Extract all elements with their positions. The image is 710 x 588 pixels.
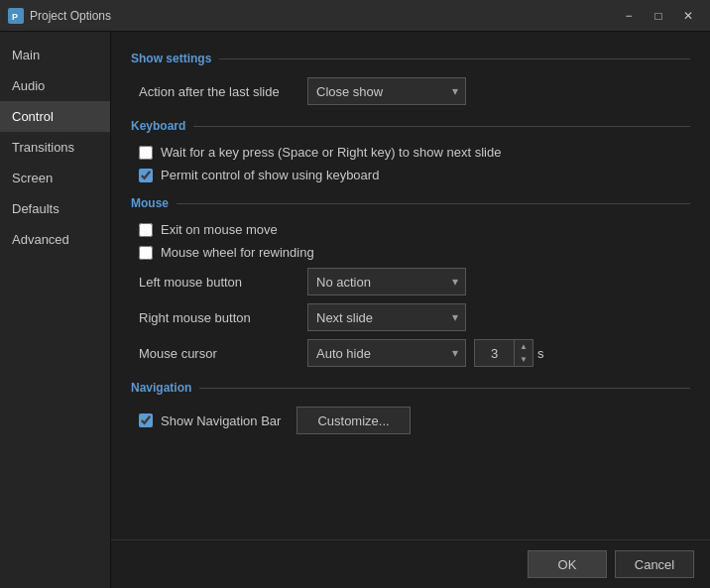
svg-text:P: P	[12, 12, 18, 22]
spinner-up-button[interactable]: ▲	[515, 340, 532, 353]
cursor-row: Mouse cursor Auto hide Always show Alway…	[131, 339, 690, 367]
show-settings-header: Show settings	[131, 52, 690, 65]
cursor-time-input[interactable]	[474, 339, 514, 367]
sidebar: Main Audio Control Transitions Screen De…	[0, 32, 111, 588]
wait-key-checkbox[interactable]	[139, 146, 153, 160]
mouse-wheel-checkbox[interactable]	[139, 246, 153, 260]
titlebar: P Project Options − □ ✕	[0, 0, 710, 32]
left-button-dropdown[interactable]: No action Next slide Previous slide	[307, 268, 466, 295]
sidebar-item-main[interactable]: Main	[0, 40, 110, 70]
action-dropdown-wrapper: Close show Loop show No action Return to…	[307, 77, 466, 105]
show-nav-checkbox-group: Show Navigation Bar	[139, 413, 296, 428]
action-after-slide-dropdown[interactable]: Close show Loop show No action Return to…	[307, 77, 466, 105]
window-controls: − □ ✕	[615, 5, 702, 27]
permit-control-row: Permit control of show using keyboard	[131, 168, 690, 182]
cursor-dropdown-wrapper: Auto hide Always show Always hide	[307, 339, 466, 367]
sidebar-item-control[interactable]: Control	[0, 101, 110, 132]
cursor-label: Mouse cursor	[139, 346, 307, 361]
show-nav-checkbox[interactable]	[139, 413, 153, 427]
spinner-down-button[interactable]: ▼	[515, 353, 532, 366]
exit-on-move-checkbox[interactable]	[139, 223, 153, 237]
sidebar-item-audio[interactable]: Audio	[0, 70, 110, 101]
bottom-bar: OK Cancel	[111, 539, 710, 588]
minimize-button[interactable]: −	[615, 5, 643, 27]
keyboard-header: Keyboard	[131, 119, 690, 133]
right-button-label: Right mouse button	[139, 310, 307, 325]
spinner-buttons: ▲ ▼	[514, 339, 533, 367]
left-button-label: Left mouse button	[139, 275, 307, 290]
cancel-button[interactable]: Cancel	[615, 550, 694, 578]
wait-key-label: Wait for a key press (Space or Right key…	[161, 145, 501, 160]
app-icon: P	[8, 8, 24, 24]
left-button-dropdown-wrapper: No action Next slide Previous slide	[307, 268, 466, 295]
cursor-time-group: ▲ ▼ s	[474, 339, 544, 367]
customize-button[interactable]: Customize...	[296, 407, 410, 434]
show-nav-label: Show Navigation Bar	[161, 413, 281, 428]
action-after-slide-row: Action after the last slide Close show L…	[131, 77, 690, 105]
close-button[interactable]: ✕	[674, 5, 702, 27]
content-area: Show settings Action after the last slid…	[111, 32, 710, 588]
ok-button[interactable]: OK	[528, 550, 607, 578]
mouse-wheel-label: Mouse wheel for rewinding	[161, 245, 314, 260]
permit-control-checkbox[interactable]	[139, 169, 153, 182]
mouse-header: Mouse	[131, 196, 690, 210]
exit-on-move-label: Exit on mouse move	[161, 222, 278, 237]
action-after-slide-label: Action after the last slide	[139, 84, 307, 99]
right-button-dropdown-wrapper: No action Next slide Previous slide	[307, 303, 466, 331]
main-container: Main Audio Control Transitions Screen De…	[0, 32, 710, 588]
right-button-row: Right mouse button No action Next slide …	[131, 303, 690, 331]
navigation-header: Navigation	[131, 381, 690, 395]
mouse-wheel-row: Mouse wheel for rewinding	[131, 245, 690, 260]
exit-on-move-row: Exit on mouse move	[131, 222, 690, 237]
window-title: Project Options	[30, 9, 615, 23]
sidebar-item-defaults[interactable]: Defaults	[0, 193, 110, 224]
cursor-dropdown[interactable]: Auto hide Always show Always hide	[307, 339, 466, 367]
sidebar-item-transitions[interactable]: Transitions	[0, 132, 110, 163]
permit-control-label: Permit control of show using keyboard	[161, 168, 379, 182]
left-button-row: Left mouse button No action Next slide P…	[131, 268, 690, 295]
wait-key-row: Wait for a key press (Space or Right key…	[131, 145, 690, 160]
navigation-row: Show Navigation Bar Customize...	[131, 407, 690, 434]
cursor-time-unit: s	[537, 346, 544, 361]
right-button-dropdown[interactable]: No action Next slide Previous slide	[307, 303, 466, 331]
maximize-button[interactable]: □	[645, 5, 672, 27]
sidebar-item-advanced[interactable]: Advanced	[0, 224, 110, 255]
sidebar-item-screen[interactable]: Screen	[0, 163, 110, 193]
